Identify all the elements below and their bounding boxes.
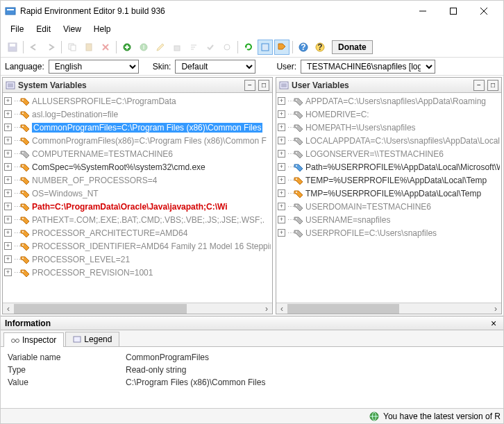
expander-icon[interactable]: + — [4, 110, 12, 118]
scroll-right-icon[interactable]: › — [490, 304, 501, 314]
save-icon[interactable] — [5, 40, 20, 55]
menu-edit[interactable]: Edit — [31, 23, 56, 35]
tree-row[interactable]: +⋯HOMEDRIVE=C: — [276, 108, 501, 121]
expander-icon[interactable]: + — [4, 137, 12, 144]
expander-icon[interactable]: + — [4, 176, 12, 184]
minimize-button[interactable] — [408, 1, 438, 21]
expander-icon[interactable]: + — [278, 137, 285, 144]
tree-row[interactable]: +⋯TMP=%USERPROFILE%\AppData\Local\Temp — [276, 187, 501, 200]
user-select[interactable]: TESTMACHINE6\snapfiles [logge — [301, 60, 435, 74]
expander-icon[interactable]: + — [278, 163, 285, 171]
expander-icon[interactable]: + — [4, 97, 12, 105]
close-button[interactable] — [469, 1, 499, 21]
expander-icon[interactable]: + — [4, 255, 12, 263]
tab-inspector[interactable]: Inspector — [3, 332, 64, 347]
menu-file[interactable]: File — [5, 23, 29, 35]
tree-row[interactable]: +⋯ComSpec=%SystemRoot%\system32\cmd.exe — [3, 160, 272, 173]
user-tree[interactable]: +⋯APPDATA=C:\Users\snapfiles\AppData\Roa… — [276, 93, 501, 303]
tree-row[interactable]: +⋯ALLUSERSPROFILE=C:\ProgramData — [3, 94, 272, 108]
expander-icon[interactable]: + — [4, 269, 12, 276]
undo-icon[interactable] — [26, 40, 42, 55]
expand-button[interactable]: □ — [487, 80, 498, 91]
tree-row[interactable]: +⋯PATHEXT=.COM;.EXE;.BAT;.CMD;.VBS;.VBE;… — [3, 213, 272, 226]
tag-icon — [20, 202, 30, 212]
expander-icon[interactable]: + — [278, 203, 285, 210]
tree-row[interactable]: +⋯APPDATA=C:\Users\snapfiles\AppData\Roa… — [276, 94, 501, 108]
collapse-button[interactable]: − — [473, 80, 485, 91]
tree-row[interactable]: +⋯USERPROFILE=C:\Users\snapfiles — [276, 226, 501, 239]
expander-icon[interactable]: + — [4, 124, 12, 131]
svg-point-44 — [22, 244, 24, 246]
donate-button[interactable]: Donate — [332, 40, 373, 54]
skin-select[interactable]: Default — [175, 60, 255, 74]
tree-row[interactable]: +⋯USERDOMAIN=TESTMACHINE6 — [276, 200, 501, 213]
expander-icon[interactable]: + — [278, 150, 285, 158]
sort-icon[interactable] — [186, 40, 201, 55]
expander-icon[interactable]: + — [4, 229, 12, 237]
tree-row[interactable]: +⋯NUMBER_OF_PROCESSORS=4 — [3, 173, 272, 187]
check-icon[interactable] — [203, 40, 218, 55]
tree-row[interactable]: +⋯Path=%USERPROFILE%\AppData\Local\Micro… — [276, 160, 501, 173]
horizontal-scrollbar[interactable]: ‹ › — [276, 303, 501, 314]
help-icon[interactable]: ? — [296, 40, 311, 55]
expander-icon[interactable]: + — [4, 203, 12, 210]
refresh-icon[interactable] — [241, 40, 256, 55]
tree-row[interactable]: +⋯CommonProgramFiles=C:\Program Files (x… — [3, 121, 272, 134]
clean-icon[interactable] — [169, 40, 185, 55]
system-tree[interactable]: +⋯ALLUSERSPROFILE=C:\ProgramData+⋯asl.lo… — [3, 93, 272, 303]
expander-icon[interactable]: + — [4, 150, 12, 158]
tree-row[interactable]: +⋯USERNAME=snapfiles — [276, 213, 501, 226]
tree-row[interactable]: +⋯PROCESSOR_LEVEL=21 — [3, 253, 272, 266]
expander-icon[interactable]: + — [278, 110, 285, 118]
expander-icon[interactable]: + — [278, 124, 285, 131]
scroll-left-icon[interactable]: ‹ — [3, 304, 14, 314]
tag-filter-icon[interactable] — [274, 40, 289, 55]
language-label: Language: — [5, 62, 44, 71]
scroll-left-icon[interactable]: ‹ — [276, 304, 287, 314]
edit-icon[interactable] — [153, 40, 168, 55]
tree-row[interactable]: +⋯HOMEPATH=\Users\snapfiles — [276, 121, 501, 134]
expander-icon[interactable]: + — [278, 229, 285, 237]
tree-row[interactable]: +⋯CommonProgramFiles(x86)=C:\Program Fil… — [3, 134, 272, 147]
tree-row[interactable]: +⋯asl.log=Destination=file — [3, 108, 272, 121]
expander-icon[interactable]: + — [278, 216, 285, 223]
tree-row[interactable]: +⋯PROCESSOR_IDENTIFIER=AMD64 Family 21 M… — [3, 239, 272, 253]
expand-button[interactable]: □ — [258, 80, 269, 91]
add-variable-icon[interactable] — [119, 40, 135, 55]
paste-icon[interactable] — [81, 40, 96, 55]
tag-icon — [20, 149, 30, 159]
tree-row[interactable]: +⋯Path=C:\ProgramData\Oracle\Java\javapa… — [3, 200, 272, 213]
filter-icon[interactable] — [258, 40, 273, 55]
tree-row[interactable]: +⋯COMPUTERNAME=TESTMACHINE6 — [3, 147, 272, 160]
delete-icon[interactable] — [98, 40, 113, 55]
redo-icon[interactable] — [43, 40, 58, 55]
expander-icon[interactable]: + — [4, 242, 12, 250]
expander-icon[interactable]: + — [4, 163, 12, 171]
list-icon — [279, 80, 289, 90]
expander-icon[interactable]: + — [4, 216, 12, 223]
tree-row[interactable]: +⋯TEMP=%USERPROFILE%\AppData\Local\Temp — [276, 173, 501, 187]
language-select[interactable]: English — [49, 60, 139, 74]
add-value-icon[interactable] — [136, 40, 151, 55]
tree-row[interactable]: +⋯LOGONSERVER=\\TESTMACHINE6 — [276, 147, 501, 160]
about-icon[interactable]: ? — [312, 40, 328, 55]
collapse-button[interactable]: − — [244, 80, 255, 91]
tool-icon[interactable] — [219, 40, 235, 55]
tree-row[interactable]: +⋯PROCESSOR_ARCHITECTURE=AMD64 — [3, 226, 272, 239]
tree-row[interactable]: +⋯PROCESSOR_REVISION=1001 — [3, 266, 272, 279]
tree-row[interactable]: +⋯OS=Windows_NT — [3, 187, 272, 200]
horizontal-scrollbar[interactable]: ‹ › — [3, 303, 272, 314]
scroll-right-icon[interactable]: › — [261, 304, 272, 314]
info-close-button[interactable]: × — [488, 318, 499, 329]
menu-view[interactable]: View — [58, 23, 87, 35]
expander-icon[interactable]: + — [4, 189, 12, 197]
copy-icon[interactable] — [65, 40, 80, 55]
maximize-button[interactable] — [438, 1, 469, 21]
expander-icon[interactable]: + — [278, 97, 285, 105]
expander-icon[interactable]: + — [278, 189, 285, 197]
menu-help[interactable]: Help — [88, 23, 117, 35]
tab-legend[interactable]: Legend — [65, 332, 119, 346]
expander-icon[interactable]: + — [278, 176, 285, 184]
svg-point-36 — [22, 139, 24, 140]
tree-row[interactable]: +⋯LOCALAPPDATA=C:\Users\snapfiles\AppDat… — [276, 134, 501, 147]
